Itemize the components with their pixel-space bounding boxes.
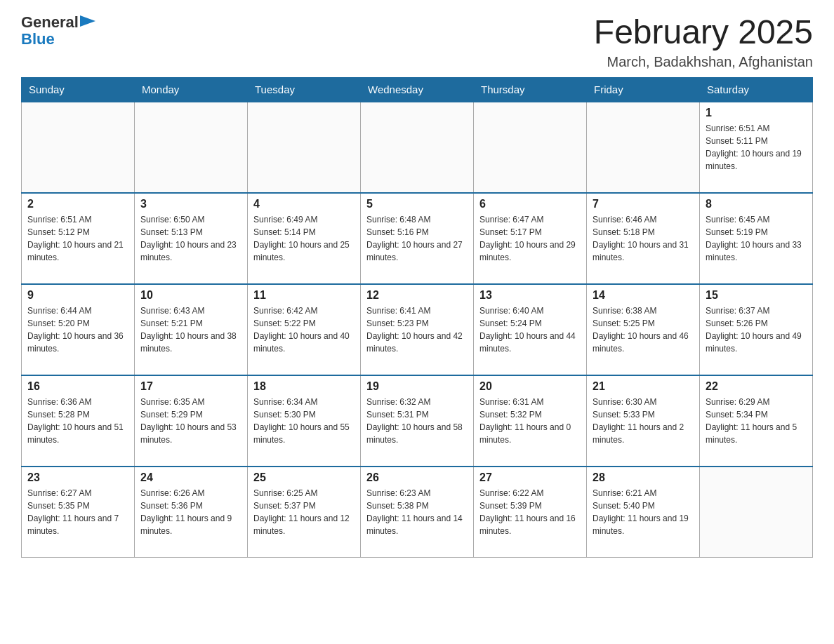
calendar-cell: 14Sunrise: 6:38 AM Sunset: 5:25 PM Dayli… [587,284,700,375]
col-saturday: Saturday [700,77,813,102]
day-number: 2 [27,198,128,210]
day-info: Sunrise: 6:25 AM Sunset: 5:37 PM Dayligh… [253,487,355,537]
calendar-cell [700,467,813,558]
day-info: Sunrise: 6:37 AM Sunset: 5:26 PM Dayligh… [706,304,807,355]
calendar-cell [22,102,135,193]
day-number: 21 [593,380,694,393]
calendar-cell: 28Sunrise: 6:21 AM Sunset: 5:40 PM Dayli… [587,467,700,558]
day-number: 25 [253,471,355,484]
day-info: Sunrise: 6:35 AM Sunset: 5:29 PM Dayligh… [140,396,241,446]
day-number: 23 [27,471,128,484]
day-number: 1 [706,107,807,119]
day-info: Sunrise: 6:41 AM Sunset: 5:23 PM Dayligh… [366,304,468,355]
day-info: Sunrise: 6:22 AM Sunset: 5:39 PM Dayligh… [479,487,581,537]
title-section: February 2025 March, Badakhshan, Afghani… [594,14,813,70]
calendar-cell: 5Sunrise: 6:48 AM Sunset: 5:16 PM Daylig… [361,193,474,284]
col-friday: Friday [587,77,700,102]
calendar-cell: 6Sunrise: 6:47 AM Sunset: 5:17 PM Daylig… [474,193,587,284]
day-number: 20 [479,380,581,393]
calendar-cell: 8Sunrise: 6:45 AM Sunset: 5:19 PM Daylig… [700,193,813,284]
day-info: Sunrise: 6:36 AM Sunset: 5:28 PM Dayligh… [27,396,128,446]
calendar-cell: 10Sunrise: 6:43 AM Sunset: 5:21 PM Dayli… [135,284,248,375]
day-info: Sunrise: 6:42 AM Sunset: 5:22 PM Dayligh… [253,304,355,355]
logo-triangle-icon [80,15,95,31]
day-info: Sunrise: 6:31 AM Sunset: 5:32 PM Dayligh… [479,396,581,446]
logo-blue-text: Blue [21,30,55,48]
calendar-cell: 17Sunrise: 6:35 AM Sunset: 5:29 PM Dayli… [135,375,248,467]
day-info: Sunrise: 6:51 AM Sunset: 5:11 PM Dayligh… [706,122,807,173]
calendar-cell: 2Sunrise: 6:51 AM Sunset: 5:12 PM Daylig… [22,193,135,284]
calendar-cell: 27Sunrise: 6:22 AM Sunset: 5:39 PM Dayli… [474,467,587,558]
calendar-cell: 9Sunrise: 6:44 AM Sunset: 5:20 PM Daylig… [22,284,135,375]
day-info: Sunrise: 6:45 AM Sunset: 5:19 PM Dayligh… [706,213,807,264]
day-number: 14 [593,289,694,302]
calendar-cell [248,102,361,193]
calendar-cell: 19Sunrise: 6:32 AM Sunset: 5:31 PM Dayli… [361,375,474,467]
location-subtitle: March, Badakhshan, Afghanistan [594,54,813,70]
calendar-cell [474,102,587,193]
col-monday: Monday [135,77,248,102]
calendar-cell [587,102,700,193]
day-number: 9 [27,289,128,302]
day-number: 8 [706,198,807,210]
calendar-cell: 18Sunrise: 6:34 AM Sunset: 5:30 PM Dayli… [248,375,361,467]
day-info: Sunrise: 6:44 AM Sunset: 5:20 PM Dayligh… [27,304,128,355]
day-info: Sunrise: 6:32 AM Sunset: 5:31 PM Dayligh… [366,396,468,446]
week-row-3: 16Sunrise: 6:36 AM Sunset: 5:28 PM Dayli… [22,375,813,467]
day-number: 11 [253,289,355,302]
calendar-cell: 22Sunrise: 6:29 AM Sunset: 5:34 PM Dayli… [700,375,813,467]
day-info: Sunrise: 6:34 AM Sunset: 5:30 PM Dayligh… [253,396,355,446]
day-info: Sunrise: 6:26 AM Sunset: 5:36 PM Dayligh… [140,487,241,537]
day-number: 12 [366,289,468,302]
calendar-cell: 23Sunrise: 6:27 AM Sunset: 5:35 PM Dayli… [22,467,135,558]
day-info: Sunrise: 6:50 AM Sunset: 5:13 PM Dayligh… [140,213,241,264]
day-info: Sunrise: 6:49 AM Sunset: 5:14 PM Dayligh… [253,213,355,264]
day-number: 13 [479,289,581,302]
calendar-cell: 26Sunrise: 6:23 AM Sunset: 5:38 PM Dayli… [361,467,474,558]
calendar-cell: 3Sunrise: 6:50 AM Sunset: 5:13 PM Daylig… [135,193,248,284]
day-info: Sunrise: 6:43 AM Sunset: 5:21 PM Dayligh… [140,304,241,355]
logo-general-text: General [21,14,79,31]
day-number: 4 [253,198,355,210]
month-title: February 2025 [594,14,813,51]
day-number: 15 [706,289,807,302]
week-row-4: 23Sunrise: 6:27 AM Sunset: 5:35 PM Dayli… [22,467,813,558]
calendar-cell: 4Sunrise: 6:49 AM Sunset: 5:14 PM Daylig… [248,193,361,284]
calendar-cell [135,102,248,193]
calendar-cell: 11Sunrise: 6:42 AM Sunset: 5:22 PM Dayli… [248,284,361,375]
day-number: 17 [140,380,241,393]
day-info: Sunrise: 6:21 AM Sunset: 5:40 PM Dayligh… [593,487,694,537]
day-number: 5 [366,198,468,210]
calendar-cell: 20Sunrise: 6:31 AM Sunset: 5:32 PM Dayli… [474,375,587,467]
day-number: 24 [140,471,241,484]
day-number: 28 [593,471,694,484]
day-number: 26 [366,471,468,484]
day-info: Sunrise: 6:29 AM Sunset: 5:34 PM Dayligh… [706,396,807,446]
calendar-cell: 25Sunrise: 6:25 AM Sunset: 5:37 PM Dayli… [248,467,361,558]
day-number: 22 [706,380,807,393]
logo: General Blue [21,14,95,48]
calendar-cell: 12Sunrise: 6:41 AM Sunset: 5:23 PM Dayli… [361,284,474,375]
day-number: 19 [366,380,468,393]
calendar-cell: 1Sunrise: 6:51 AM Sunset: 5:11 PM Daylig… [700,102,813,193]
day-info: Sunrise: 6:23 AM Sunset: 5:38 PM Dayligh… [366,487,468,537]
day-number: 16 [27,380,128,393]
day-number: 7 [593,198,694,210]
svg-marker-0 [80,15,95,27]
day-info: Sunrise: 6:40 AM Sunset: 5:24 PM Dayligh… [479,304,581,355]
day-number: 6 [479,198,581,210]
day-info: Sunrise: 6:48 AM Sunset: 5:16 PM Dayligh… [366,213,468,264]
day-info: Sunrise: 6:27 AM Sunset: 5:35 PM Dayligh… [27,487,128,537]
day-info: Sunrise: 6:38 AM Sunset: 5:25 PM Dayligh… [593,304,694,355]
calendar-cell: 7Sunrise: 6:46 AM Sunset: 5:18 PM Daylig… [587,193,700,284]
day-number: 10 [140,289,241,302]
day-number: 27 [479,471,581,484]
day-number: 3 [140,198,241,210]
calendar-header-row: Sunday Monday Tuesday Wednesday Thursday… [22,77,813,102]
day-info: Sunrise: 6:47 AM Sunset: 5:17 PM Dayligh… [479,213,581,264]
week-row-2: 9Sunrise: 6:44 AM Sunset: 5:20 PM Daylig… [22,284,813,375]
calendar-cell: 21Sunrise: 6:30 AM Sunset: 5:33 PM Dayli… [587,375,700,467]
calendar-cell: 13Sunrise: 6:40 AM Sunset: 5:24 PM Dayli… [474,284,587,375]
day-number: 18 [253,380,355,393]
calendar-cell [361,102,474,193]
